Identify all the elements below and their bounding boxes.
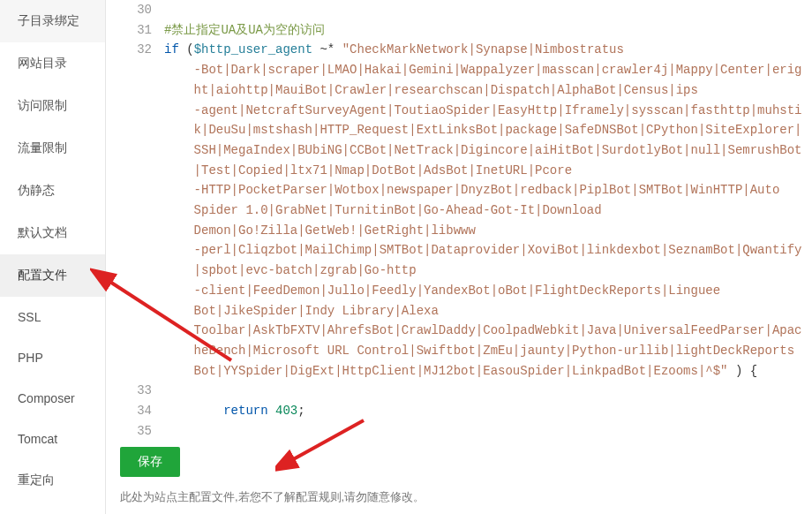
sidebar-item-traffic-limit[interactable]: 流量限制 bbox=[0, 127, 105, 170]
sidebar-item-ssl[interactable]: SSL bbox=[0, 297, 105, 337]
main-panel: 30 31 32 33 34 35 #禁止指定UA及UA为空的访问 if ($h… bbox=[106, 0, 812, 514]
sidebar-item-tomcat[interactable]: Tomcat bbox=[0, 419, 105, 459]
save-button[interactable]: 保存 bbox=[120, 447, 180, 477]
footer-note: 此处为站点主配置文件,若您不了解配置规则,请勿随意修改。 bbox=[117, 486, 812, 514]
sidebar-item-php[interactable]: PHP bbox=[0, 337, 105, 378]
code-editor[interactable]: 30 31 32 33 34 35 #禁止指定UA及UA为空的访问 if ($h… bbox=[117, 0, 812, 435]
sidebar-item-config-file[interactable]: 配置文件 bbox=[0, 254, 105, 297]
sidebar-item-site-dir[interactable]: 网站目录 bbox=[0, 42, 105, 85]
sidebar-item-subdir-bind[interactable]: 子目录绑定 bbox=[0, 0, 105, 42]
code-body[interactable]: #禁止指定UA及UA为空的访问 if ($http_user_agent ~* … bbox=[159, 0, 812, 435]
line-gutter: 30 31 32 33 34 35 bbox=[117, 0, 159, 435]
sidebar: 子目录绑定 网站目录 访问限制 流量限制 伪静态 默认文档 配置文件 SSL P… bbox=[0, 0, 106, 514]
sidebar-item-redirect[interactable]: 重定向 bbox=[0, 459, 105, 502]
sidebar-item-access-limit[interactable]: 访问限制 bbox=[0, 85, 105, 127]
sidebar-item-composer[interactable]: Composer bbox=[0, 378, 105, 419]
sidebar-item-default-doc[interactable]: 默认文档 bbox=[0, 212, 105, 254]
sidebar-item-rewrite[interactable]: 伪静态 bbox=[0, 170, 105, 212]
